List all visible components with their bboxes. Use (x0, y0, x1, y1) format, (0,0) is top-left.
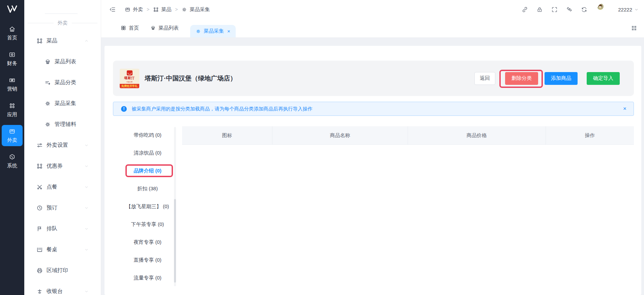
tab-dish-list[interactable]: 菜品列表 (150, 19, 179, 37)
topbar-actions: 22222 (522, 3, 639, 16)
menu-item-zone-print[interactable]: 区域打印 (24, 260, 101, 281)
gear-icon (45, 100, 51, 107)
menu-item-label: 收银台 (47, 288, 63, 295)
title-line (72, 23, 98, 23)
menu-item-dish-category[interactable]: 菜品分类 (24, 72, 101, 93)
breadcrumb-item-dishes[interactable]: 菜品 (153, 6, 171, 13)
rail-item-label: 系统 (7, 163, 17, 169)
menu-item-dish-gather[interactable]: 菜品采集 (24, 93, 101, 114)
takeout-icon (125, 7, 130, 12)
category-item[interactable]: 流量专享 (0) (113, 269, 182, 287)
delete-category-button[interactable]: 删除分类 (505, 72, 538, 85)
menu-item-label: 餐桌 (47, 246, 57, 253)
menu-item-booking[interactable]: 预订 (24, 197, 101, 218)
tab-close-icon[interactable]: × (227, 28, 230, 34)
menu-item-ordering[interactable]: 点餐 (24, 176, 101, 197)
dish-nodes-icon (36, 38, 43, 44)
chevron-down-icon (84, 248, 89, 252)
chevron-down-icon (84, 143, 89, 148)
rail-item-label: 首页 (7, 35, 17, 41)
menu-item-tables[interactable]: 餐桌 (24, 239, 101, 260)
table-header-actions: 操作 (546, 126, 634, 144)
category-item[interactable]: 带你吃鸡 (0) (113, 126, 182, 144)
tab-label: 菜品列表 (158, 25, 179, 31)
finance-icon (9, 51, 16, 58)
menu-item-dishes[interactable]: 菜品 (24, 30, 101, 51)
tab-home[interactable]: 首页 (121, 19, 139, 37)
category-arrow-icon (45, 79, 51, 86)
alert-close-icon[interactable]: × (623, 105, 626, 112)
avatar[interactable] (597, 3, 610, 16)
rail-item-system[interactable]: 系统 (2, 151, 23, 172)
chevron-down-icon (84, 227, 89, 231)
table-header-row: 图标 商品名称 商品价格 操作 (182, 126, 634, 145)
muffin-icon (45, 59, 51, 65)
user-menu[interactable]: 22222 (618, 7, 639, 12)
chevron-up-icon (84, 39, 89, 43)
category-item[interactable]: 下午茶专享 (0) (113, 216, 182, 233)
primary-sidebar: 首页 财务 营销 应用 外卖 系统 (0, 0, 24, 295)
confirm-import-button[interactable]: 确定导入 (587, 72, 620, 85)
chevron-down-icon (84, 206, 89, 210)
breadcrumb-separator: > (147, 7, 149, 12)
menu-item-takeout-settings[interactable]: 外卖设置 (24, 135, 101, 156)
menu-item-cashier[interactable]: 收银台 (24, 281, 101, 295)
rail-item-finance[interactable]: 财务 (2, 48, 23, 69)
cashier-icon (36, 288, 43, 295)
brand-emblem-icon (127, 70, 133, 75)
store-logo: 塔斯汀 中国汉堡 免费抢开学礼 (120, 69, 139, 88)
content-area: 塔斯汀 中国汉堡 免费抢开学礼 塔斯汀·中国汉堡（绿地广场店） 返回 删除分类 … (101, 38, 644, 295)
category-scrollbar-thumb[interactable] (174, 199, 176, 283)
products-table: 图标 商品名称 商品价格 操作 (182, 126, 634, 287)
sidebar-menu: 菜品 菜品列表 菜品分类 菜品采集 管理辅料 外卖设置 优惠券 (24, 30, 101, 295)
rail-item-home[interactable]: 首页 (2, 23, 23, 44)
tab-bar: 首页 菜品列表 菜品采集 × (101, 19, 644, 38)
apps-icon (9, 102, 16, 109)
category-item-active[interactable]: 品牌介绍 (0) (113, 162, 182, 180)
info-alert: ! 被采集商户采用的是按分类加载商品，请为每个商品分类添加商品后再执行导入操作 … (113, 102, 634, 116)
info-icon: ! (121, 106, 127, 112)
link-icon[interactable] (522, 6, 528, 13)
printer-icon (36, 267, 43, 274)
category-item[interactable]: 清凉饮品 (0) (113, 144, 182, 162)
menu-item-queue[interactable]: 排队 (24, 218, 101, 239)
rail-item-takeout[interactable]: 外卖 (2, 125, 23, 146)
breadcrumb-item-takeout[interactable]: 外卖 (125, 6, 143, 13)
workspace: 带你吃鸡 (0) 清凉饮品 (0) 品牌介绍 (0) 折扣 (38) 【放飞星期… (113, 126, 634, 287)
category-item[interactable]: 直播专享 (0) (113, 251, 182, 269)
table-header-product-name: 商品名称 (272, 126, 408, 144)
add-product-button[interactable]: 添加商品 (545, 72, 578, 85)
table-header-product-price: 商品价格 (408, 126, 546, 144)
menu-item-label: 点餐 (47, 184, 57, 191)
store-name: 塔斯汀·中国汉堡（绿地广场店） (145, 74, 236, 83)
category-item[interactable]: 折扣 (38) (113, 180, 182, 198)
tab-label: 菜品采集 (204, 28, 224, 34)
tab-options-icon[interactable] (632, 26, 637, 31)
table-body-empty (182, 145, 634, 276)
category-item[interactable]: 【放飞星期三】 (0) (113, 198, 182, 216)
delete-annotation-wrapper: 删除分类 (505, 72, 538, 85)
rail-item-marketing[interactable]: 营销 (2, 74, 23, 95)
brand-banner: 免费抢开学礼 (120, 84, 139, 88)
tags-icon[interactable] (566, 6, 573, 13)
menu-item-label: 菜品列表 (55, 58, 76, 65)
menu-item-coupons[interactable]: 优惠券 (24, 156, 101, 176)
menu-item-dish-list[interactable]: 菜品列表 (24, 51, 101, 72)
menu-item-label: 菜品采集 (55, 100, 76, 107)
menu-item-ingredients[interactable]: 管理辅料 (24, 114, 101, 135)
rail-item-label: 营销 (7, 86, 17, 92)
collapse-sidebar-icon[interactable] (109, 6, 116, 13)
fullscreen-icon[interactable] (551, 6, 558, 13)
menu-item-label: 外卖设置 (47, 142, 68, 149)
system-icon (9, 154, 16, 160)
clock-icon (36, 205, 43, 211)
refresh-icon[interactable] (581, 6, 587, 13)
lock-icon[interactable] (536, 6, 543, 13)
rail-item-label: 外卖 (7, 137, 17, 143)
breadcrumb-item-dish-gather[interactable]: 菜品采集 (181, 6, 210, 13)
rail-item-apps[interactable]: 应用 (2, 99, 23, 121)
rail-item-label: 财务 (7, 60, 17, 67)
category-item[interactable]: 夜宵专享 (0) (113, 233, 182, 251)
back-button[interactable]: 返回 (474, 72, 495, 85)
tab-dish-gather[interactable]: 菜品采集 × (190, 25, 236, 37)
